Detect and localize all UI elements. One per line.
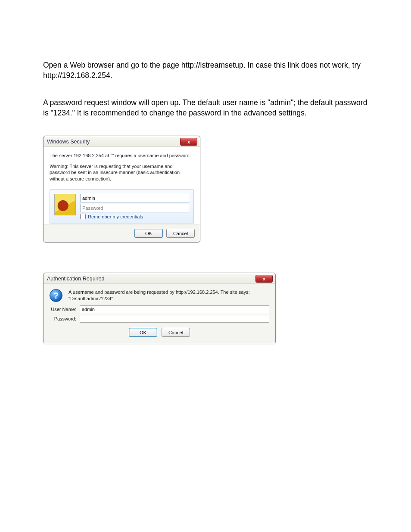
username-label: User Name:	[50, 307, 76, 312]
question-icon: ?	[50, 289, 62, 302]
intro-paragraph-1: Open a Web browser and go to the page ht…	[43, 60, 368, 81]
password-label: Password:	[50, 316, 76, 321]
dialog-title: Windows Security	[47, 139, 180, 145]
dialog-title: Authentication Required	[47, 276, 255, 282]
remember-credentials-checkbox[interactable]	[80, 214, 86, 219]
close-button[interactable]: x	[180, 138, 197, 146]
cancel-button[interactable]: Cancel	[162, 328, 190, 337]
username-input[interactable]	[80, 194, 189, 202]
intro-paragraph-2: A password request window will open up. …	[43, 98, 368, 118]
dialog-titlebar: Authentication Required x	[44, 273, 275, 284]
authentication-required-dialog: Authentication Required x ? A username a…	[43, 273, 276, 344]
user-avatar-icon	[54, 194, 76, 215]
auth-request-message: A username and password are being reques…	[68, 289, 269, 302]
close-button[interactable]: x	[255, 275, 273, 283]
server-requires-message: The server 192.168.2.254 at '"' requires…	[50, 153, 194, 158]
dialog-titlebar: Windows Security x	[44, 136, 200, 147]
insecure-warning-message: Warning: This server is requesting that …	[50, 163, 194, 183]
password-input[interactable]	[80, 315, 269, 323]
ok-button[interactable]: OK	[129, 328, 157, 337]
windows-security-dialog: Windows Security x The server 192.168.2.…	[43, 136, 200, 243]
cancel-button[interactable]: Cancel	[166, 229, 195, 238]
username-input[interactable]	[80, 305, 269, 313]
remember-credentials-label: Remember my credentials	[88, 214, 143, 219]
password-input[interactable]	[80, 204, 189, 212]
ok-button[interactable]: OK	[134, 229, 163, 238]
credentials-panel: Remember my credentials	[50, 189, 194, 224]
